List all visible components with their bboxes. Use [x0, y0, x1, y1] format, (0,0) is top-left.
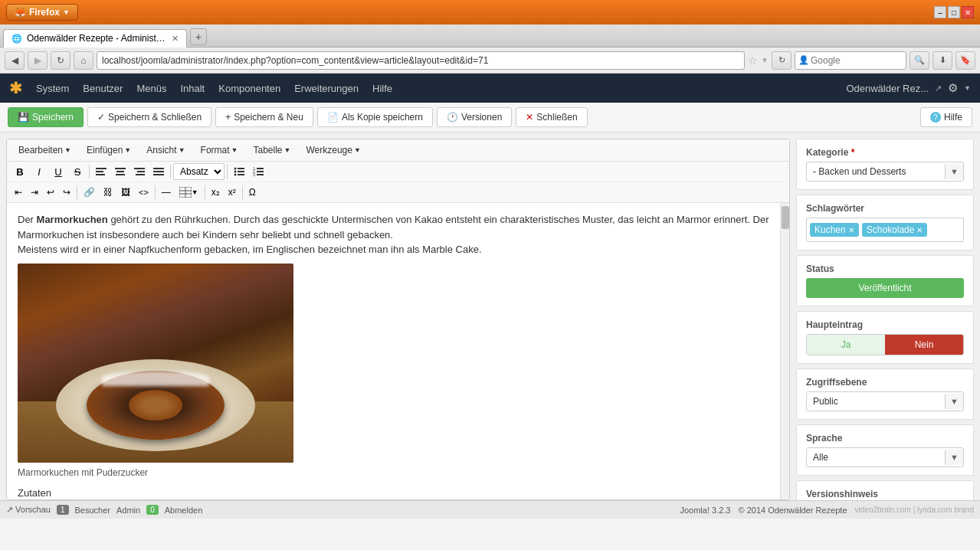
site-name-link[interactable]: Odenwälder Rez... [846, 83, 929, 94]
svg-point-12 [234, 168, 237, 170]
align-justify-button[interactable] [149, 163, 168, 180]
nav-hilfe[interactable]: Hilfe [372, 83, 392, 94]
indent-button[interactable]: ⇥ [27, 184, 42, 201]
unordered-list-button[interactable] [230, 163, 248, 180]
paragraph1-end: gehört zu den Rührkuchen. Durch das gesc… [18, 214, 769, 241]
menu-ansicht[interactable]: Ansicht ▼ [139, 142, 192, 159]
align-left-icon [96, 166, 107, 177]
tag-kuchen-close[interactable]: ✕ [848, 226, 854, 234]
minimize-button[interactable]: – [934, 6, 946, 18]
firefox-label: Firefox [29, 7, 60, 18]
home-button[interactable]: ⌂ [74, 51, 93, 70]
editor-content[interactable]: Der Marmorkuchen gehört zu den Rührkuche… [7, 203, 780, 499]
nav-erweiterungen[interactable]: Erweiterungen [294, 83, 359, 94]
menu-werkzeuge[interactable]: Werkzeuge ▼ [299, 142, 367, 159]
search-input[interactable] [811, 55, 903, 66]
kategorie-label: Kategorie * [806, 147, 964, 158]
reload-icon-btn[interactable]: ↻ [772, 51, 792, 70]
chevron-down-icon2: ▼ [124, 146, 131, 154]
save-close-button[interactable]: ✓ Speichern & Schließen [87, 107, 211, 127]
bookmark-down-icon[interactable]: ▼ [761, 56, 769, 64]
downloads-button[interactable]: ⬇ [932, 51, 952, 70]
settings-icon[interactable]: ⚙ [948, 81, 958, 95]
insert-image-button[interactable]: 🖼 [117, 184, 134, 201]
menu-einfuegen[interactable]: Einfügen ▼ [80, 142, 138, 159]
ordered-list-button[interactable]: 1.2.3. [249, 163, 267, 180]
tags-container[interactable]: Kuchen ✕ Schokolade ✕ [806, 218, 964, 242]
address-bar[interactable] [97, 51, 745, 70]
special-chars-button[interactable]: Ω [245, 184, 260, 201]
save-new-button[interactable]: + Speichern & Neu [215, 107, 313, 127]
sprache-dropdown-icon[interactable]: ▼ [945, 450, 963, 465]
editor-scrollbar[interactable] [780, 203, 789, 499]
kategorie-dropdown-icon[interactable]: ▼ [945, 164, 963, 179]
horizontal-rule-button[interactable]: — [158, 184, 175, 201]
source-code-button[interactable]: <> [135, 184, 152, 201]
haupteintrag-ja-button[interactable]: Ja [807, 335, 885, 355]
nav-komponenten[interactable]: Komponenten [218, 83, 280, 94]
menu-format[interactable]: Format ▼ [194, 142, 245, 159]
bookmark-icon[interactable]: ☆ [748, 54, 758, 67]
firefox-menu-button[interactable]: 🦊 Firefox ▼ [6, 4, 78, 21]
insert-table-button[interactable]: ▼ [175, 184, 202, 201]
back-button[interactable]: ◀ [5, 51, 25, 70]
save-button[interactable]: 💾 Speichern [8, 107, 84, 127]
status-published-button[interactable]: Veröffentlicht [806, 278, 964, 298]
versions-button[interactable]: 🕐 Versionen [437, 107, 512, 127]
menu-bearbeiten[interactable]: Bearbeiten ▼ [11, 142, 78, 159]
zugriffsebene-dropdown-icon[interactable]: ▼ [945, 394, 963, 409]
account-icon: 👤 [798, 55, 809, 65]
superscript-button[interactable]: x² [225, 184, 240, 201]
help-button[interactable]: ? Hilfe [920, 107, 972, 127]
align-center-button[interactable] [111, 163, 129, 180]
redo-button[interactable]: ↪ [59, 184, 74, 201]
editor-menubar: Bearbeiten ▼ Einfügen ▼ Ansicht ▼ Format… [7, 139, 789, 162]
strikethrough-button[interactable]: S [68, 163, 87, 180]
search-button[interactable]: 🔍 [910, 51, 929, 70]
haupteintrag-nein-button[interactable]: Nein [885, 335, 963, 355]
svg-rect-4 [116, 171, 124, 172]
forward-button[interactable]: ▶ [28, 51, 48, 70]
close-article-button[interactable]: ✕ Schließen [516, 107, 587, 127]
subscript-button[interactable]: x₂ [208, 184, 224, 201]
zugriffsebene-panel: Zugriffsebene Public ▼ [796, 368, 974, 420]
nav-system[interactable]: System [36, 83, 69, 94]
chevron-down-icon6: ▼ [354, 146, 361, 154]
maximize-button[interactable]: □ [948, 6, 960, 18]
table-icon [179, 187, 192, 198]
sprache-value: Alle [807, 448, 945, 467]
underline-button[interactable]: U [49, 163, 67, 180]
align-left-button[interactable] [92, 163, 110, 180]
sprache-panel: Sprache Alle ▼ [796, 424, 974, 476]
bookmarks-btn[interactable]: 🔖 [955, 51, 975, 70]
insert-link-button[interactable]: 🔗 [80, 184, 99, 201]
nav-benutzer[interactable]: Benutzer [83, 83, 123, 94]
remove-link-button[interactable]: ⛓ [100, 184, 116, 201]
active-tab[interactable]: 🌐 Odenwälder Rezepte - Administration - … [3, 29, 187, 47]
abmelden-link[interactable]: Abmelden [165, 506, 203, 515]
tag-schokolade-close[interactable]: ✕ [916, 226, 923, 234]
bold-button[interactable]: B [11, 163, 29, 180]
nav-menus[interactable]: Menüs [136, 83, 166, 94]
haupteintrag-label: Haupteintrag [806, 319, 964, 330]
tab-title: Odenwälder Rezepte - Administration - l.… [27, 33, 167, 44]
italic-button[interactable]: I [30, 163, 48, 180]
new-tab-button[interactable]: + [190, 28, 207, 45]
toolbar-separator1 [89, 165, 90, 178]
refresh-button[interactable]: ↻ [51, 51, 70, 70]
nav-inhalt[interactable]: Inhalt [180, 83, 205, 94]
chevron-down-icon5: ▼ [284, 146, 291, 154]
save-copy-button[interactable]: 📄 Als Kopie speichern [317, 107, 433, 127]
paragraph-select[interactable]: Absatz [173, 163, 225, 180]
vorschau-link[interactable]: ↗ Vorschau [6, 505, 51, 515]
chevron-down-icon4: ▼ [231, 146, 238, 154]
undo-button[interactable]: ↩ [43, 184, 58, 201]
toolbar-separator4 [77, 185, 77, 199]
settings-dropdown-icon[interactable]: ▼ [964, 84, 971, 92]
outdent-button[interactable]: ⇤ [11, 184, 26, 201]
close-button[interactable]: ✕ [962, 6, 974, 18]
menu-tabelle[interactable]: Tabelle ▼ [246, 142, 297, 159]
tab-close-icon[interactable]: ✕ [172, 34, 179, 44]
schlagwoerter-label: Schlagwörter [806, 203, 964, 214]
align-right-button[interactable] [130, 163, 149, 180]
